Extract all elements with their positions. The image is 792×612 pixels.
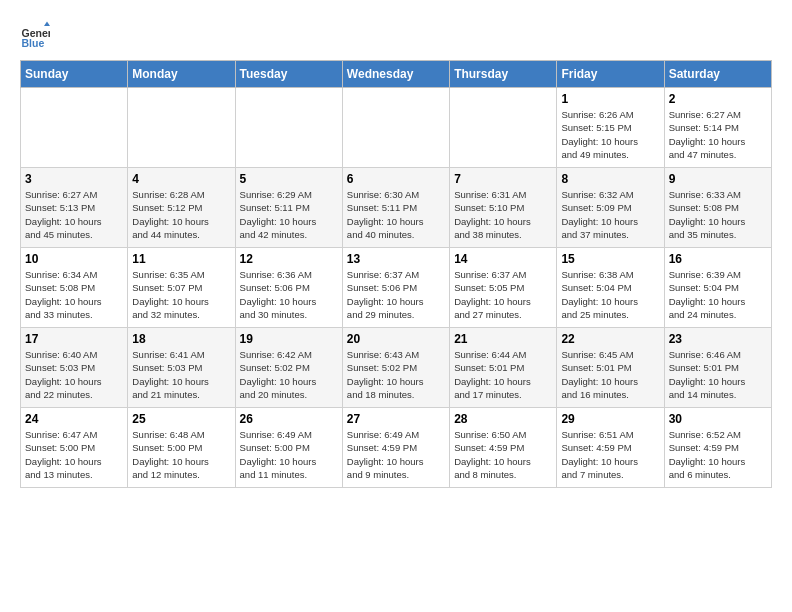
day-number: 1	[561, 92, 659, 106]
day-info: Sunrise: 6:41 AM Sunset: 5:03 PM Dayligh…	[132, 348, 230, 401]
day-cell	[235, 88, 342, 168]
day-info: Sunrise: 6:48 AM Sunset: 5:00 PM Dayligh…	[132, 428, 230, 481]
day-number: 26	[240, 412, 338, 426]
day-cell: 12Sunrise: 6:36 AM Sunset: 5:06 PM Dayli…	[235, 248, 342, 328]
day-cell: 27Sunrise: 6:49 AM Sunset: 4:59 PM Dayli…	[342, 408, 449, 488]
day-number: 22	[561, 332, 659, 346]
day-number: 12	[240, 252, 338, 266]
day-cell	[450, 88, 557, 168]
day-cell: 28Sunrise: 6:50 AM Sunset: 4:59 PM Dayli…	[450, 408, 557, 488]
day-cell	[342, 88, 449, 168]
day-number: 7	[454, 172, 552, 186]
day-cell: 17Sunrise: 6:40 AM Sunset: 5:03 PM Dayli…	[21, 328, 128, 408]
day-info: Sunrise: 6:27 AM Sunset: 5:14 PM Dayligh…	[669, 108, 767, 161]
day-cell: 9Sunrise: 6:33 AM Sunset: 5:08 PM Daylig…	[664, 168, 771, 248]
day-cell: 20Sunrise: 6:43 AM Sunset: 5:02 PM Dayli…	[342, 328, 449, 408]
day-cell: 1Sunrise: 6:26 AM Sunset: 5:15 PM Daylig…	[557, 88, 664, 168]
day-cell: 19Sunrise: 6:42 AM Sunset: 5:02 PM Dayli…	[235, 328, 342, 408]
day-header-wednesday: Wednesday	[342, 61, 449, 88]
day-number: 18	[132, 332, 230, 346]
day-cell: 5Sunrise: 6:29 AM Sunset: 5:11 PM Daylig…	[235, 168, 342, 248]
day-cell: 10Sunrise: 6:34 AM Sunset: 5:08 PM Dayli…	[21, 248, 128, 328]
day-info: Sunrise: 6:26 AM Sunset: 5:15 PM Dayligh…	[561, 108, 659, 161]
day-info: Sunrise: 6:47 AM Sunset: 5:00 PM Dayligh…	[25, 428, 123, 481]
day-number: 16	[669, 252, 767, 266]
day-number: 17	[25, 332, 123, 346]
day-number: 13	[347, 252, 445, 266]
week-row-2: 3Sunrise: 6:27 AM Sunset: 5:13 PM Daylig…	[21, 168, 772, 248]
day-number: 20	[347, 332, 445, 346]
svg-marker-2	[44, 22, 50, 27]
day-cell: 11Sunrise: 6:35 AM Sunset: 5:07 PM Dayli…	[128, 248, 235, 328]
day-number: 15	[561, 252, 659, 266]
day-info: Sunrise: 6:32 AM Sunset: 5:09 PM Dayligh…	[561, 188, 659, 241]
day-cell: 29Sunrise: 6:51 AM Sunset: 4:59 PM Dayli…	[557, 408, 664, 488]
day-info: Sunrise: 6:52 AM Sunset: 4:59 PM Dayligh…	[669, 428, 767, 481]
day-info: Sunrise: 6:36 AM Sunset: 5:06 PM Dayligh…	[240, 268, 338, 321]
day-number: 29	[561, 412, 659, 426]
day-cell	[128, 88, 235, 168]
day-cell: 8Sunrise: 6:32 AM Sunset: 5:09 PM Daylig…	[557, 168, 664, 248]
day-cell: 4Sunrise: 6:28 AM Sunset: 5:12 PM Daylig…	[128, 168, 235, 248]
week-row-1: 1Sunrise: 6:26 AM Sunset: 5:15 PM Daylig…	[21, 88, 772, 168]
day-info: Sunrise: 6:33 AM Sunset: 5:08 PM Dayligh…	[669, 188, 767, 241]
day-info: Sunrise: 6:27 AM Sunset: 5:13 PM Dayligh…	[25, 188, 123, 241]
day-number: 25	[132, 412, 230, 426]
day-info: Sunrise: 6:43 AM Sunset: 5:02 PM Dayligh…	[347, 348, 445, 401]
day-info: Sunrise: 6:38 AM Sunset: 5:04 PM Dayligh…	[561, 268, 659, 321]
calendar-table: SundayMondayTuesdayWednesdayThursdayFrid…	[20, 60, 772, 488]
day-number: 23	[669, 332, 767, 346]
day-info: Sunrise: 6:31 AM Sunset: 5:10 PM Dayligh…	[454, 188, 552, 241]
day-info: Sunrise: 6:28 AM Sunset: 5:12 PM Dayligh…	[132, 188, 230, 241]
day-cell: 30Sunrise: 6:52 AM Sunset: 4:59 PM Dayli…	[664, 408, 771, 488]
day-header-saturday: Saturday	[664, 61, 771, 88]
week-row-3: 10Sunrise: 6:34 AM Sunset: 5:08 PM Dayli…	[21, 248, 772, 328]
day-number: 4	[132, 172, 230, 186]
day-info: Sunrise: 6:50 AM Sunset: 4:59 PM Dayligh…	[454, 428, 552, 481]
day-info: Sunrise: 6:37 AM Sunset: 5:06 PM Dayligh…	[347, 268, 445, 321]
day-number: 10	[25, 252, 123, 266]
day-number: 9	[669, 172, 767, 186]
day-header-sunday: Sunday	[21, 61, 128, 88]
day-number: 14	[454, 252, 552, 266]
day-info: Sunrise: 6:49 AM Sunset: 4:59 PM Dayligh…	[347, 428, 445, 481]
day-header-thursday: Thursday	[450, 61, 557, 88]
day-cell: 24Sunrise: 6:47 AM Sunset: 5:00 PM Dayli…	[21, 408, 128, 488]
day-number: 19	[240, 332, 338, 346]
day-number: 2	[669, 92, 767, 106]
day-cell: 14Sunrise: 6:37 AM Sunset: 5:05 PM Dayli…	[450, 248, 557, 328]
logo-icon: General Blue	[20, 20, 50, 50]
day-number: 5	[240, 172, 338, 186]
day-number: 3	[25, 172, 123, 186]
week-row-4: 17Sunrise: 6:40 AM Sunset: 5:03 PM Dayli…	[21, 328, 772, 408]
day-number: 11	[132, 252, 230, 266]
day-cell: 25Sunrise: 6:48 AM Sunset: 5:00 PM Dayli…	[128, 408, 235, 488]
day-number: 8	[561, 172, 659, 186]
day-cell: 21Sunrise: 6:44 AM Sunset: 5:01 PM Dayli…	[450, 328, 557, 408]
logo: General Blue	[20, 20, 54, 50]
day-cell: 15Sunrise: 6:38 AM Sunset: 5:04 PM Dayli…	[557, 248, 664, 328]
day-number: 24	[25, 412, 123, 426]
day-info: Sunrise: 6:39 AM Sunset: 5:04 PM Dayligh…	[669, 268, 767, 321]
day-cell: 26Sunrise: 6:49 AM Sunset: 5:00 PM Dayli…	[235, 408, 342, 488]
day-number: 28	[454, 412, 552, 426]
day-cell: 7Sunrise: 6:31 AM Sunset: 5:10 PM Daylig…	[450, 168, 557, 248]
day-info: Sunrise: 6:35 AM Sunset: 5:07 PM Dayligh…	[132, 268, 230, 321]
day-info: Sunrise: 6:51 AM Sunset: 4:59 PM Dayligh…	[561, 428, 659, 481]
day-info: Sunrise: 6:45 AM Sunset: 5:01 PM Dayligh…	[561, 348, 659, 401]
day-number: 6	[347, 172, 445, 186]
day-cell: 22Sunrise: 6:45 AM Sunset: 5:01 PM Dayli…	[557, 328, 664, 408]
svg-text:Blue: Blue	[22, 37, 45, 49]
day-number: 21	[454, 332, 552, 346]
day-info: Sunrise: 6:42 AM Sunset: 5:02 PM Dayligh…	[240, 348, 338, 401]
day-info: Sunrise: 6:29 AM Sunset: 5:11 PM Dayligh…	[240, 188, 338, 241]
calendar-header-row: SundayMondayTuesdayWednesdayThursdayFrid…	[21, 61, 772, 88]
day-info: Sunrise: 6:49 AM Sunset: 5:00 PM Dayligh…	[240, 428, 338, 481]
day-cell	[21, 88, 128, 168]
day-cell: 13Sunrise: 6:37 AM Sunset: 5:06 PM Dayli…	[342, 248, 449, 328]
day-cell: 6Sunrise: 6:30 AM Sunset: 5:11 PM Daylig…	[342, 168, 449, 248]
day-header-friday: Friday	[557, 61, 664, 88]
day-info: Sunrise: 6:37 AM Sunset: 5:05 PM Dayligh…	[454, 268, 552, 321]
day-header-tuesday: Tuesday	[235, 61, 342, 88]
day-number: 27	[347, 412, 445, 426]
